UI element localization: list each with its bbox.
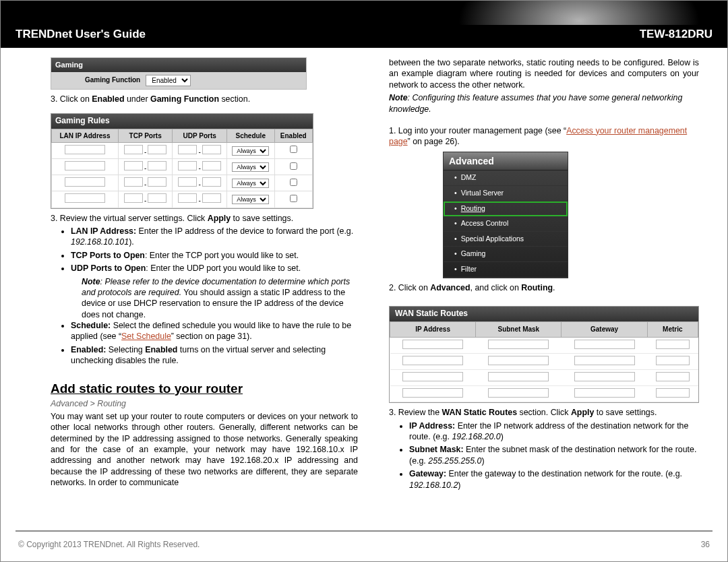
bullet-lan: LAN IP Address: Enter the IP address of … [71,226,358,248]
gaming-panel-screenshot: Gaming Gaming Function Enabled [51,57,307,90]
breadcrumb: Advanced > Routing [51,398,358,409]
content-columns: Gaming Gaming Function Enabled 3. Click … [1,48,727,493]
enabled-checkbox[interactable] [290,195,297,202]
header-bar: TRENDnet User's Guide TEW-812DRU [1,25,727,48]
wan-routes-screenshot: WAN Static Routes IP Address Subnet Mask… [389,306,699,403]
right-column: between the two separate networks, stati… [389,57,699,493]
bullet-mask: Subnet Mask: Enter the subnet mask of th… [409,444,699,466]
menu-item-dmz[interactable]: DMZ [444,170,568,186]
gaming-panel-header: Gaming [51,58,306,72]
step-2: 2. Click on Advanced, and click on Routi… [389,282,699,293]
wan-routes-table: IP Address Subnet Mask Gateway Metric [390,321,698,402]
table-row: --Always [52,175,313,191]
table-row [390,386,698,402]
table-row: --Always [52,142,313,158]
section-heading: Add static routes to your router [51,380,358,397]
gaming-function-select[interactable]: Enabled [146,75,191,86]
col-tcp: TCP Ports [118,129,172,142]
schedule-select[interactable]: Always [232,179,269,188]
gaming-function-label: Gaming Function [85,75,140,84]
table-row: --Always [52,191,313,208]
doc-title: TRENDnet User's Guide [16,28,146,41]
left-column: Gaming Gaming Function Enabled 3. Click … [51,57,358,493]
menu-item-filter[interactable]: Filter [444,262,568,278]
enabled-checkbox[interactable] [290,146,297,153]
table-row [390,369,698,385]
section-paragraph: You may want set up your router to route… [51,411,358,489]
col-ip: IP Address [390,322,476,337]
menu-item-access-control[interactable]: Access Control [444,216,568,232]
enabled-checkbox[interactable] [290,179,297,186]
note-ports: Note: Please refer to the device documen… [51,276,358,321]
gaming-function-row: Gaming Function Enabled [51,72,306,89]
continued-paragraph: between the two separate networks, stati… [389,57,699,90]
menu-item-routing[interactable]: Routing [444,201,568,216]
menu-item-special-apps[interactable]: Special Applications [444,232,568,247]
col-mask: Subnet Mask [476,322,562,337]
gaming-rules-screenshot: Gaming Rules LAN IP Address TCP Ports UD… [51,113,313,209]
bullet-gw: Gateway: Enter the gateway to the destin… [409,468,699,491]
document-page: TRENDnet User's Guide TEW-812DRU Gaming … [0,0,728,562]
bullet-tcp: TCP Ports to Open: Enter the TCP port yo… [71,250,358,261]
col-gw: Gateway [562,322,647,337]
schedule-select[interactable]: Always [232,195,269,204]
table-row [390,337,698,353]
col-en: Enabled [274,129,312,142]
col-sched: Schedule [226,129,274,142]
step-3a: 3. Click on Enabled under Gaming Functio… [51,94,358,104]
wan-routes-header: WAN Static Routes [390,307,698,321]
header-banner: TRENDnet User's Guide TEW-812DRU [1,1,727,48]
set-schedule-link[interactable]: Set Schedule [121,332,171,341]
settings-bullets: LAN IP Address: Enter the IP address of … [51,226,358,274]
bullet-enabled: Enabled: Selecting Enabled turns on the … [71,344,358,367]
bullet-ip: IP Address: Enter the IP network address… [409,420,699,443]
step-1: 1. Log into your router management page … [389,125,699,148]
note-networking: Note: Configuring this feature assumes t… [389,92,699,115]
footer: © Copyright 2013 TRENDnet. All Rights Re… [18,540,710,549]
bullet-schedule: Schedule: Select the defined schedule yo… [71,320,358,342]
schedule-select[interactable]: Always [232,162,269,172]
bullet-udp: UDP Ports to Open: Enter the UDP port yo… [71,263,358,274]
rules-table: LAN IP Address TCP Ports UDP Ports Sched… [51,129,313,208]
advanced-menu-title: Advanced [444,152,568,170]
table-row: --Always [52,159,313,175]
model-number: TEW-812DRU [640,28,712,41]
advanced-menu-screenshot: Advanced DMZ Virtual Server Routing Acce… [443,152,568,278]
step-3b: 3. Review the virtual server settings. C… [51,213,358,224]
enabled-checkbox[interactable] [290,162,297,170]
col-lan: LAN IP Address [52,129,119,142]
table-row [390,353,698,369]
rules-header: Gaming Rules [51,114,313,129]
col-udp: UDP Ports [173,129,226,142]
footer-divider [16,530,712,532]
col-metric: Metric [647,322,698,337]
copyright-text: © Copyright 2013 TRENDnet. All Rights Re… [18,540,200,549]
settings-bullets-2: Schedule: Select the defined schedule yo… [51,320,358,367]
route-bullets: IP Address: Enter the IP network address… [389,420,699,491]
step-3-right: 3. Review the WAN Static Routes section.… [389,407,699,418]
page-number: 36 [701,540,710,549]
menu-item-virtual-server[interactable]: Virtual Server [444,186,568,201]
schedule-select[interactable]: Always [232,146,269,156]
menu-item-gaming[interactable]: Gaming [444,247,568,262]
